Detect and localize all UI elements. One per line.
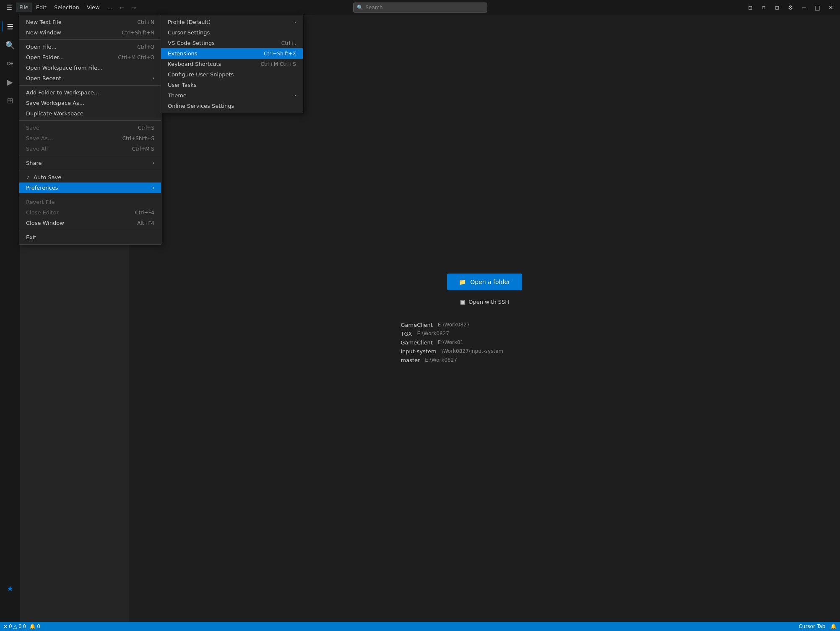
duplicate-workspace-label: Duplicate Workspace — [26, 110, 83, 117]
open-recent-chevron: › — [153, 76, 154, 81]
file-save-workspace[interactable]: Save Workspace As... — [19, 98, 161, 108]
recent-item-3[interactable]: input-system \Work0827\input-system — [401, 348, 504, 355]
activity-explorer-icon[interactable]: ☰ — [2, 18, 18, 35]
prefs-online-services[interactable]: Online Services Settings — [161, 101, 303, 111]
activity-source-control-icon[interactable]: ⚩ — [2, 55, 18, 72]
user-tasks-label: User Tasks — [168, 82, 197, 88]
title-bar-right: ◻ ◽ ◻ ⚙ − □ ✕ — [744, 2, 837, 13]
close-window-shortcut: Alt+F4 — [137, 220, 154, 226]
prefs-user-tasks[interactable]: User Tasks — [161, 80, 303, 90]
menu-sep-7 — [19, 230, 161, 230]
layout-button[interactable]: ◻ — [771, 2, 783, 13]
recent-item-1[interactable]: TGX E:\Work0827 — [401, 331, 450, 337]
search-icon: 🔍 — [357, 5, 363, 10]
activity-bar: ☰ 🔍 ⚩ ▶ ⊞ ★ — [0, 15, 20, 622]
minimize-button[interactable]: − — [798, 2, 810, 13]
nav-forward-button[interactable]: → — [128, 2, 140, 13]
bell-icon[interactable]: 🔔 — [830, 623, 837, 629]
settings-gear-button[interactable]: ⚙ — [785, 2, 796, 13]
file-auto-save[interactable]: ✓ Auto Save — [19, 172, 161, 183]
title-bar-left: ☰ File Edit Selection View … — [3, 2, 116, 13]
file-open-recent[interactable]: Open Recent › — [19, 73, 161, 83]
open-ssh-label: Open with SSH — [468, 299, 509, 305]
file-menu-item[interactable]: File — [16, 3, 32, 12]
recent-item-4[interactable]: master E:\Work0827 — [401, 357, 457, 363]
file-new-text-file[interactable]: New Text File Ctrl+N — [19, 17, 161, 27]
nav-back-button[interactable]: ← — [116, 2, 128, 13]
share-label: Share — [26, 160, 42, 166]
new-window-shortcut: Ctrl+Shift+N — [122, 30, 154, 36]
file-new-window[interactable]: New Window Ctrl+Shift+N — [19, 27, 161, 38]
open-ssh-icon: ▣ — [460, 299, 465, 305]
prefs-keyboard-shortcuts[interactable]: Keyboard Shortcuts Ctrl+M Ctrl+S — [161, 59, 303, 69]
menu-sep-4 — [19, 156, 161, 156]
extensions-label: Extensions — [168, 50, 198, 57]
file-open-folder[interactable]: Open Folder... Ctrl+M Ctrl+O — [19, 52, 161, 63]
prefs-user-snippets[interactable]: Configure User Snippets — [161, 69, 303, 80]
save-as-label: Save As... — [26, 135, 53, 141]
edit-menu-item[interactable]: Edit — [33, 3, 50, 12]
preferences-chevron: › — [153, 185, 154, 190]
save-all-label: Save All — [26, 146, 48, 152]
status-bar: ⊗ 0 △ 0 0 🔔 0 Cursor Tab 🔔 — [0, 622, 840, 631]
add-folder-label: Add Folder to Workspace... — [26, 89, 99, 96]
menu-sep-3 — [19, 120, 161, 121]
theme-label: Theme — [168, 92, 187, 99]
sidebar-toggle-button[interactable]: ◽ — [758, 2, 770, 13]
info-count: 0 — [23, 623, 26, 629]
file-save[interactable]: Save Ctrl+S — [19, 123, 161, 133]
status-notifications[interactable]: 🔔 0 — [29, 623, 40, 629]
file-save-all[interactable]: Save All Ctrl+M S — [19, 143, 161, 154]
menu-sep-1 — [19, 39, 161, 40]
auto-save-check: ✓ — [26, 175, 30, 180]
file-save-as[interactable]: Save As... Ctrl+Shift+S — [19, 133, 161, 143]
file-exit[interactable]: Exit — [19, 232, 161, 242]
open-folder-button[interactable]: 📁 Open a folder — [447, 274, 522, 290]
close-button[interactable]: ✕ — [825, 2, 837, 13]
activity-extensions-icon[interactable]: ⊞ — [2, 92, 18, 109]
view-menu-item[interactable]: View — [83, 3, 103, 12]
file-open-workspace[interactable]: Open Workspace from File... — [19, 63, 161, 73]
prefs-extensions[interactable]: Extensions Ctrl+Shift+X — [161, 48, 303, 59]
preferences-submenu: Profile (Default) › Cursor Settings VS C… — [161, 15, 303, 113]
activity-bottom-icon[interactable]: ★ — [2, 580, 18, 597]
prefs-theme[interactable]: Theme › — [161, 90, 303, 101]
file-close-window[interactable]: Close Window Alt+F4 — [19, 218, 161, 228]
activity-search-icon[interactable]: 🔍 — [2, 37, 18, 53]
file-add-folder[interactable]: Add Folder to Workspace... — [19, 87, 161, 98]
file-revert[interactable]: Revert File — [19, 197, 161, 207]
prefs-vs-code-settings[interactable]: VS Code Settings Ctrl+, — [161, 38, 303, 48]
search-bar[interactable]: 🔍 Search — [353, 3, 487, 13]
open-recent-label: Open Recent — [26, 75, 61, 81]
file-duplicate-workspace[interactable]: Duplicate Workspace — [19, 108, 161, 119]
panel-toggle-button[interactable]: ◻ — [744, 2, 756, 13]
recent-item-2[interactable]: GameClient E:\Work01 — [401, 339, 464, 346]
selection-menu-item[interactable]: Selection — [51, 3, 83, 12]
file-open-file[interactable]: Open File... Ctrl+O — [19, 42, 161, 52]
status-errors[interactable]: ⊗ 0 △ 0 0 — [3, 623, 26, 629]
file-close-editor[interactable]: Close Editor Ctrl+F4 — [19, 207, 161, 218]
open-ssh-button[interactable]: ▣ Open with SSH — [460, 299, 509, 305]
share-chevron: › — [153, 161, 154, 165]
save-workspace-label: Save Workspace As... — [26, 100, 84, 106]
vs-code-settings-shortcut: Ctrl+, — [281, 40, 296, 46]
file-preferences[interactable]: Preferences › — [19, 183, 161, 193]
prefs-profile[interactable]: Profile (Default) › — [161, 17, 303, 27]
recent-item-0[interactable]: GameClient E:\Work0827 — [401, 322, 470, 328]
prefs-cursor-settings[interactable]: Cursor Settings — [161, 27, 303, 38]
open-file-label: Open File... — [26, 44, 57, 50]
recent-name-3: input-system — [401, 348, 437, 355]
app-menu-icon[interactable]: ☰ — [3, 2, 15, 13]
save-as-shortcut: Ctrl+Shift+S — [122, 136, 154, 141]
open-folder-shortcut: Ctrl+M Ctrl+O — [118, 55, 154, 60]
open-folder-icon: 📁 — [459, 279, 466, 285]
menu-sep-6 — [19, 195, 161, 195]
auto-save-label: Auto Save — [34, 174, 61, 180]
online-services-label: Online Services Settings — [168, 103, 234, 109]
activity-debug-icon[interactable]: ▶ — [2, 73, 18, 90]
maximize-button[interactable]: □ — [811, 2, 823, 13]
file-share[interactable]: Share › — [19, 158, 161, 168]
recent-path-3: \Work0827\input-system — [442, 348, 504, 354]
more-menu-item[interactable]: … — [104, 3, 116, 12]
search-placeholder: Search — [366, 5, 383, 10]
